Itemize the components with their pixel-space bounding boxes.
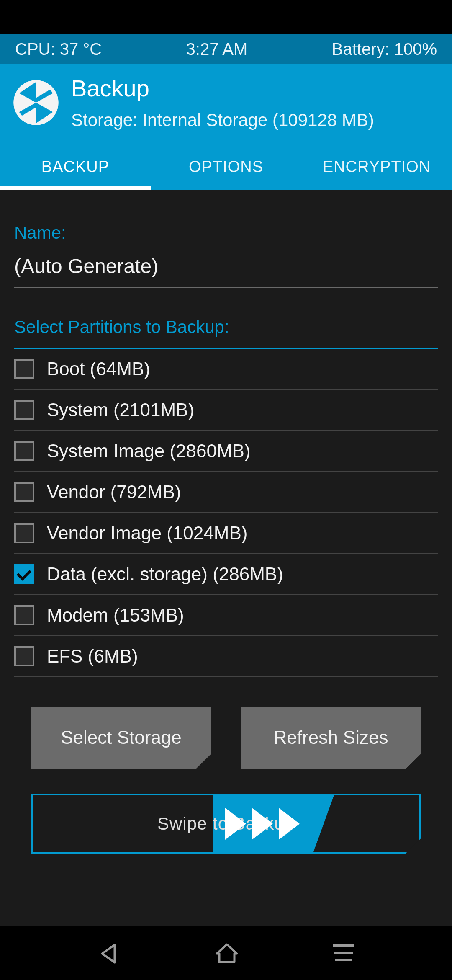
partition-label: Modem (153MB) <box>47 605 184 626</box>
partition-row-modem[interactable]: Modem (153MB) <box>14 595 438 636</box>
partition-row-efs[interactable]: EFS (6MB) <box>14 636 438 677</box>
partition-label: System Image (2860MB) <box>47 441 251 462</box>
partition-row-vendor-image[interactable]: Vendor Image (1024MB) <box>14 513 438 554</box>
name-input[interactable]: (Auto Generate) <box>14 247 438 288</box>
checkbox-icon[interactable] <box>14 523 34 543</box>
top-gap <box>0 0 452 34</box>
name-label: Name: <box>14 190 438 247</box>
page-title: Backup <box>71 75 374 102</box>
partition-label: Vendor (792MB) <box>47 482 181 503</box>
partition-label: Boot (64MB) <box>47 358 150 379</box>
status-bar: CPU: 37 °C 3:27 AM Battery: 100% <box>0 34 452 64</box>
status-cpu: CPU: 37 °C <box>15 40 102 59</box>
partition-row-vendor[interactable]: Vendor (792MB) <box>14 472 438 513</box>
partition-row-system-image[interactable]: System Image (2860MB) <box>14 431 438 472</box>
swipe-arrows-icon <box>225 808 300 840</box>
partition-row-data[interactable]: Data (excl. storage) (286MB) <box>14 554 438 595</box>
checkbox-icon[interactable] <box>14 605 34 625</box>
checkbox-checked-icon[interactable] <box>14 564 34 584</box>
checkbox-icon[interactable] <box>14 646 34 666</box>
partition-row-system[interactable]: System (2101MB) <box>14 390 438 431</box>
partitions-label: Select Partitions to Backup: <box>14 317 438 349</box>
checkbox-icon[interactable] <box>14 441 34 461</box>
tabs: BACKUP OPTIONS ENCRYPTION <box>0 147 452 190</box>
partition-label: Vendor Image (1024MB) <box>47 523 247 544</box>
storage-subtitle: Storage: Internal Storage (109128 MB) <box>71 110 374 130</box>
nav-recents-icon[interactable] <box>333 944 354 961</box>
status-battery: Battery: 100% <box>332 40 437 59</box>
refresh-sizes-button[interactable]: Refresh Sizes <box>241 707 421 769</box>
partition-row-boot[interactable]: Boot (64MB) <box>14 349 438 390</box>
nav-back-icon[interactable] <box>98 942 119 963</box>
header-texts: Backup Storage: Internal Storage (109128… <box>71 75 374 130</box>
status-time: 3:27 AM <box>186 40 248 59</box>
partition-label: Data (excl. storage) (286MB) <box>47 564 283 585</box>
checkbox-icon[interactable] <box>14 359 34 379</box>
checkbox-icon[interactable] <box>14 400 34 420</box>
twrp-logo-icon <box>13 79 59 126</box>
partition-list: Boot (64MB) System (2101MB) System Image… <box>14 349 438 677</box>
button-row: Select Storage Refresh Sizes <box>14 707 438 769</box>
checkbox-icon[interactable] <box>14 482 34 502</box>
navigation-bar <box>0 926 452 980</box>
tab-backup[interactable]: BACKUP <box>0 147 151 190</box>
nav-home-icon[interactable] <box>214 942 238 964</box>
content-area: Name: (Auto Generate) Select Partitions … <box>0 190 452 934</box>
swipe-to-backup-slider[interactable]: Swipe to Backup <box>31 794 421 854</box>
tab-encryption[interactable]: ENCRYPTION <box>301 147 452 190</box>
header: Backup Storage: Internal Storage (109128… <box>0 64 452 147</box>
partition-label: System (2101MB) <box>47 400 194 420</box>
partition-label: EFS (6MB) <box>47 646 138 667</box>
tab-options[interactable]: OPTIONS <box>151 147 301 190</box>
select-storage-button[interactable]: Select Storage <box>31 707 211 769</box>
